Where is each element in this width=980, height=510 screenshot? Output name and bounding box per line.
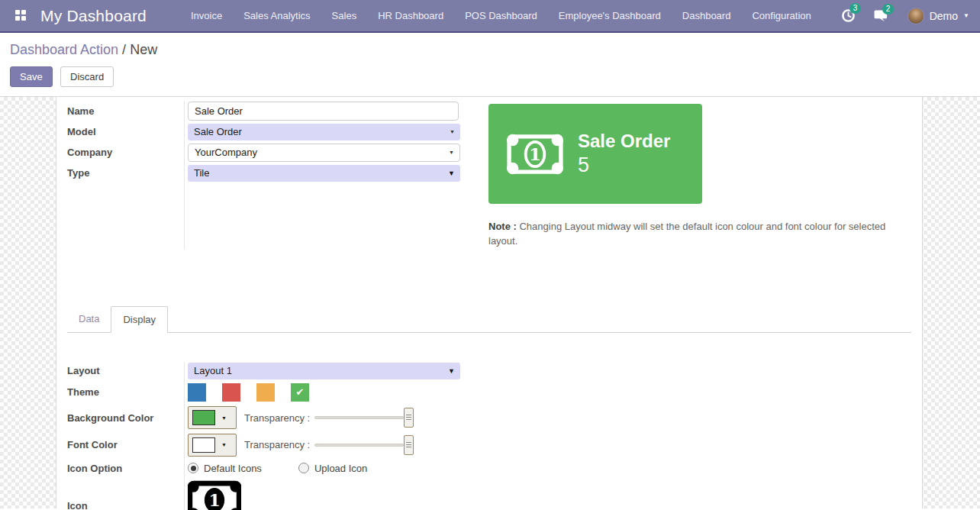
- dropdown-caret-icon: ▼: [221, 415, 227, 421]
- dashboard-tile-preview: 1 Sale Order 5: [488, 104, 702, 204]
- background-transparency: Transparency :: [244, 408, 414, 428]
- nav-item-hr-dashboard[interactable]: HR Dashboard: [378, 10, 443, 21]
- name-input[interactable]: [188, 102, 459, 121]
- apps-square: [15, 16, 20, 21]
- background-color-picker[interactable]: ▼: [188, 406, 237, 429]
- slider-thumb[interactable]: [404, 435, 414, 455]
- tile-count: 5: [578, 153, 670, 177]
- radio-default-icons-label: Default Icons: [204, 463, 262, 474]
- apps-menu-icon[interactable]: [15, 10, 27, 21]
- user-menu[interactable]: Demo ▼: [907, 8, 969, 24]
- icon-label: Icon: [67, 499, 88, 510]
- svg-text:1: 1: [529, 144, 541, 164]
- transparency-label: Transparency :: [244, 439, 310, 450]
- transparency-label: Transparency :: [244, 412, 310, 424]
- type-value: Tile: [194, 167, 209, 179]
- background-color-swatch: [192, 410, 215, 425]
- apps-square: [21, 16, 26, 21]
- nav-item-invoice[interactable]: Invoice: [191, 10, 222, 21]
- messages-icon-wrap[interactable]: 2: [874, 9, 889, 23]
- dropdown-caret-icon: ▼: [450, 129, 455, 134]
- font-color-swatch: [192, 437, 215, 453]
- breadcrumb-parent-link[interactable]: Dashboard Action: [10, 42, 118, 57]
- breadcrumb: Dashboard Action / New: [10, 42, 970, 58]
- apps-square: [21, 10, 26, 15]
- top-form-area: Name Model Sale Order ▼ Company YourComp…: [56, 101, 922, 249]
- user-name: Demo: [930, 10, 958, 22]
- nav-item-configuration[interactable]: Configuration: [752, 10, 811, 21]
- radio-upload-icon[interactable]: Upload Icon: [298, 463, 367, 474]
- discard-button[interactable]: Discard: [60, 66, 114, 87]
- nav-item-dashboard[interactable]: Dashboard: [682, 10, 731, 21]
- company-label: Company: [67, 142, 188, 163]
- model-select[interactable]: Sale Order ▼: [188, 124, 460, 140]
- dropdown-caret-icon: ▼: [449, 150, 454, 155]
- type-label: Type: [67, 163, 188, 183]
- dropdown-caret-icon: ▼: [448, 169, 455, 177]
- top-navbar: My Dashboard Invoice Sales Analytics Sal…: [0, 0, 980, 33]
- slider-track: [314, 416, 404, 419]
- layout-value: Layout 1: [194, 365, 232, 376]
- slider-track: [314, 444, 404, 447]
- checkmark-icon: ✔: [296, 386, 305, 398]
- theme-label: Theme: [67, 386, 99, 398]
- radio-unselected-icon: [298, 463, 309, 473]
- background-color-label: Background Color: [67, 412, 153, 424]
- svg-text:1: 1: [208, 490, 220, 510]
- form-sheet: Name Model Sale Order ▼ Company YourComp…: [56, 97, 923, 508]
- icon-option-label: Icon Option: [67, 463, 122, 474]
- money-icon: 1: [507, 133, 563, 176]
- save-button[interactable]: Save: [10, 66, 53, 87]
- activity-count-badge: 3: [849, 3, 862, 14]
- theme-swatches: ✔: [188, 383, 309, 402]
- app-title[interactable]: My Dashboard: [40, 7, 147, 25]
- tab-display[interactable]: Display: [111, 306, 168, 333]
- font-color-label: Font Color: [67, 439, 118, 450]
- icon-option-radios: Default Icons Upload Icon: [188, 463, 367, 474]
- layout-note: Note : Changing Layout midway will set t…: [488, 220, 893, 249]
- radio-selected-icon: [188, 463, 198, 473]
- display-tab-content: Layout Layout 1 ▼ Theme ✔ B: [56, 333, 922, 510]
- dropdown-caret-icon: ▼: [221, 442, 227, 447]
- control-panel: Dashboard Action / New Save Discard: [0, 33, 980, 97]
- tile-text: Sale Order 5: [578, 131, 670, 177]
- nav-item-sales[interactable]: Sales: [332, 10, 357, 21]
- message-count-badge: 2: [882, 4, 895, 15]
- font-color-picker[interactable]: ▼: [188, 434, 237, 457]
- font-transparency: Transparency :: [244, 435, 414, 455]
- theme-swatch-orange[interactable]: [256, 383, 275, 402]
- theme-swatch-green-selected[interactable]: ✔: [291, 383, 309, 402]
- company-select[interactable]: YourCompany ▼: [188, 144, 460, 162]
- theme-swatch-blue[interactable]: [188, 383, 206, 402]
- selected-money-icon[interactable]: 1: [188, 480, 241, 510]
- tab-data[interactable]: Data: [67, 306, 111, 332]
- type-select[interactable]: Tile ▼: [188, 165, 460, 182]
- navbar-systray: 3 2 Demo ▼: [841, 8, 969, 24]
- nav-item-employees-dashboard[interactable]: Employee's Dashboard: [559, 10, 661, 21]
- font-transparency-slider[interactable]: [314, 435, 414, 455]
- nav-item-sales-analytics[interactable]: Sales Analytics: [243, 10, 310, 21]
- layout-label: Layout: [67, 365, 100, 376]
- model-value: Sale Order: [194, 126, 242, 137]
- company-value: YourCompany: [195, 147, 257, 158]
- nav-item-pos-dashboard[interactable]: POS Dashboard: [465, 10, 537, 21]
- dropdown-caret-icon: ▼: [448, 367, 455, 375]
- radio-upload-icon-label: Upload Icon: [314, 463, 367, 474]
- slider-thumb[interactable]: [404, 408, 414, 428]
- background-transparency-slider[interactable]: [314, 408, 414, 428]
- breadcrumb-current: New: [130, 42, 157, 57]
- theme-swatch-red[interactable]: [222, 383, 240, 402]
- note-prefix: Note :: [488, 221, 517, 232]
- form-tabs: Data Display: [67, 306, 911, 333]
- main-menu: Invoice Sales Analytics Sales HR Dashboa…: [191, 10, 811, 21]
- activity-clock-icon[interactable]: 3: [841, 8, 856, 23]
- name-label: Name: [67, 101, 188, 121]
- model-label: Model: [67, 121, 188, 142]
- note-text: Changing Layout midway will set the defa…: [488, 221, 885, 247]
- radio-default-icons[interactable]: Default Icons: [188, 463, 262, 474]
- cp-buttons: Save Discard: [10, 66, 970, 87]
- layout-select[interactable]: Layout 1 ▼: [188, 363, 460, 379]
- breadcrumb-separator: /: [122, 42, 126, 57]
- apps-square: [15, 10, 20, 15]
- tile-preview-column: 1 Sale Order 5 Note : Changing Layout mi…: [488, 101, 911, 249]
